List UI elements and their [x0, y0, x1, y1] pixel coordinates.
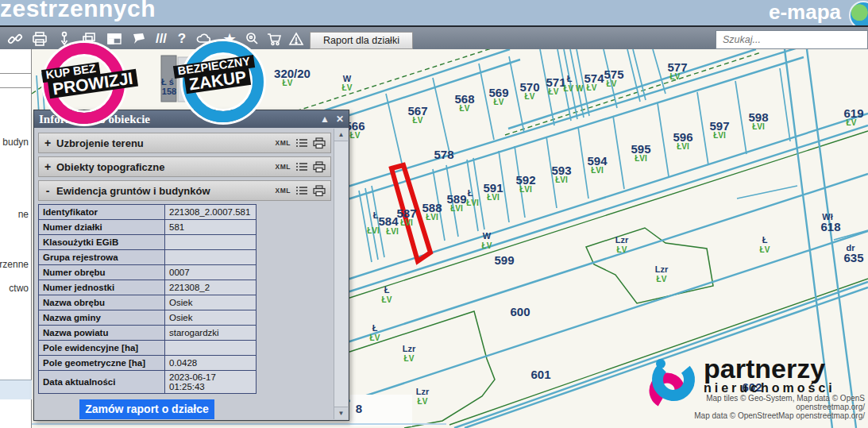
- parcel-label: ŁV: [413, 116, 423, 125]
- expander-icon[interactable]: +: [39, 160, 56, 173]
- sidebar-divider: [0, 73, 32, 74]
- expander-icon[interactable]: -: [39, 184, 56, 197]
- close-icon[interactable]: ✕: [336, 114, 344, 125]
- info-value: Osiek: [165, 295, 257, 310]
- info-row: Grupa rejestrowa: [39, 250, 257, 265]
- parcel-label: ŁV: [587, 83, 597, 92]
- parcel-label: ŁV: [525, 92, 535, 101]
- info-label: Numer działki: [39, 220, 165, 235]
- info-value: 0007: [165, 265, 257, 280]
- parcel-label: 578: [434, 148, 453, 161]
- info-label: Nazwa gminy: [39, 310, 165, 326]
- parcel-label: ŁVI: [386, 227, 399, 236]
- info-row: Nazwa obrębuOsiek: [39, 295, 257, 310]
- link-icon[interactable]: [6, 30, 24, 48]
- sidebar-divider: [0, 87, 32, 88]
- parcel-label: ŁVI: [555, 175, 568, 184]
- list-icon[interactable]: [296, 186, 307, 195]
- parcel-label: ŁVI: [487, 193, 500, 202]
- search-input[interactable]: [716, 30, 868, 49]
- parcel-label: ŁVI: [752, 122, 765, 131]
- info-row: Nazwa powiatustarogardzki: [39, 326, 257, 341]
- sidebar-item-fragment[interactable]: i budyn: [0, 137, 29, 148]
- parcel-label: ŁVI: [400, 218, 413, 227]
- panel-section[interactable]: +Uzbrojenie terenuXML: [38, 133, 331, 153]
- partnerzy-logo-icon: [643, 354, 700, 415]
- parcel-label: W: [483, 231, 491, 241]
- parcel-label: ŁV: [847, 118, 857, 127]
- panel-scrollbar[interactable]: ▲ ▼: [334, 129, 348, 419]
- parcel-label: ŁV: [670, 72, 681, 81]
- info-row: Klasoużytki EGiB: [39, 235, 257, 250]
- parcel-label: Lzr: [615, 235, 629, 245]
- scroll-up-icon[interactable]: ▲: [334, 129, 348, 141]
- print-icon[interactable]: [313, 137, 326, 149]
- sidebar-item-fragment[interactable]: ctwo: [9, 283, 29, 294]
- scroll-down-icon[interactable]: ▼: [334, 407, 348, 419]
- report-parcel-button[interactable]: Raport dla działki: [310, 32, 413, 49]
- section-label: Obiekty topograficzne: [56, 161, 276, 173]
- print-icon[interactable]: [31, 30, 48, 48]
- list-icon[interactable]: [296, 138, 307, 148]
- info-label: Identyfikator: [39, 205, 165, 220]
- map-edge-line: [32, 423, 446, 425]
- parcel-label: 618: [820, 220, 840, 233]
- parcel-label: 584: [378, 214, 398, 228]
- warning-icon[interactable]: [287, 30, 305, 48]
- balloon-icon[interactable]: [130, 30, 148, 48]
- parcel-label: Ł: [384, 285, 390, 295]
- page-title: zestrzennych: [0, 0, 156, 22]
- parcel-label: ŁVI: [713, 131, 726, 140]
- parcel-label: ŁVI: [519, 185, 532, 194]
- parcel-label: Lzr: [655, 264, 669, 274]
- list-icon[interactable]: [296, 162, 307, 172]
- parcel-label: ŁV: [482, 241, 492, 250]
- layout-icon[interactable]: [106, 30, 123, 48]
- parcel-label: 599: [494, 253, 514, 267]
- parcel-label: ŁVI: [367, 226, 380, 235]
- sidebar-item-fragment[interactable]: rzenne: [0, 259, 29, 270]
- measure-icon[interactable]: ///: [152, 30, 170, 48]
- sidebar-highlight-row[interactable]: [0, 380, 32, 399]
- parcel-label: ŁV: [549, 87, 559, 96]
- info-value: [165, 250, 257, 265]
- panel-sections: +Uzbrojenie terenuXML+Obiekty topografic…: [38, 133, 331, 201]
- left-sidebar[interactable]: i budynnerzennectwo: [0, 49, 32, 428]
- minimize-icon[interactable]: ▲: [320, 114, 330, 125]
- info-row: Identyfikator221308_2.0007.581: [39, 205, 257, 220]
- info-value: [165, 235, 257, 250]
- info-label: Nazwa obrębu: [39, 295, 165, 310]
- object-info-panel[interactable]: Informacja o obiekcie ▲ ✕ +Uzbrojenie te…: [33, 110, 349, 421]
- info-value: 221308_2: [165, 280, 257, 295]
- emapa-logo[interactable]: e-mapa: [769, 0, 841, 25]
- section-label: Uzbrojenie terenu: [56, 137, 276, 149]
- info-value: starogardzki: [165, 326, 257, 341]
- parcel-label: 601: [530, 368, 550, 381]
- parcel-label: ŁVI: [635, 154, 647, 163]
- info-label: Data aktualności: [39, 371, 165, 394]
- info-row: Numer jednostki221308_2: [39, 280, 257, 295]
- sidebar-item-fragment[interactable]: ne: [18, 209, 29, 220]
- order-report-button[interactable]: Zamów raport o działce: [79, 399, 214, 419]
- panel-section[interactable]: -Ewidencja gruntów i budynkówXML: [38, 180, 331, 201]
- info-label: Pole geometryczne [ha]: [39, 356, 165, 371]
- xml-link[interactable]: XML: [276, 139, 291, 147]
- xml-link[interactable]: XML: [276, 187, 291, 195]
- help-icon[interactable]: ?: [173, 30, 191, 48]
- parcel-label: ŁV: [494, 98, 504, 106]
- info-value: [165, 341, 257, 356]
- parcel-label: ŁVI: [450, 204, 463, 213]
- parcel-label: Ł: [372, 323, 378, 333]
- magnifier-icon[interactable]: [243, 30, 260, 48]
- xml-link[interactable]: XML: [276, 163, 291, 171]
- panel-section[interactable]: +Obiekty topograficzneXML: [38, 156, 331, 177]
- cart-icon[interactable]: [265, 30, 283, 48]
- parcel-label: ŁV: [760, 245, 770, 254]
- parcel-label: Ł: [468, 188, 473, 198]
- info-row: Pole ewidencyjne [ha]: [39, 341, 257, 356]
- parcel-label: ŁV: [382, 295, 392, 304]
- expander-icon[interactable]: +: [39, 137, 56, 149]
- print-icon[interactable]: [313, 161, 326, 173]
- print-icon[interactable]: [313, 185, 326, 197]
- logo-line2: nieruchomości: [704, 381, 835, 395]
